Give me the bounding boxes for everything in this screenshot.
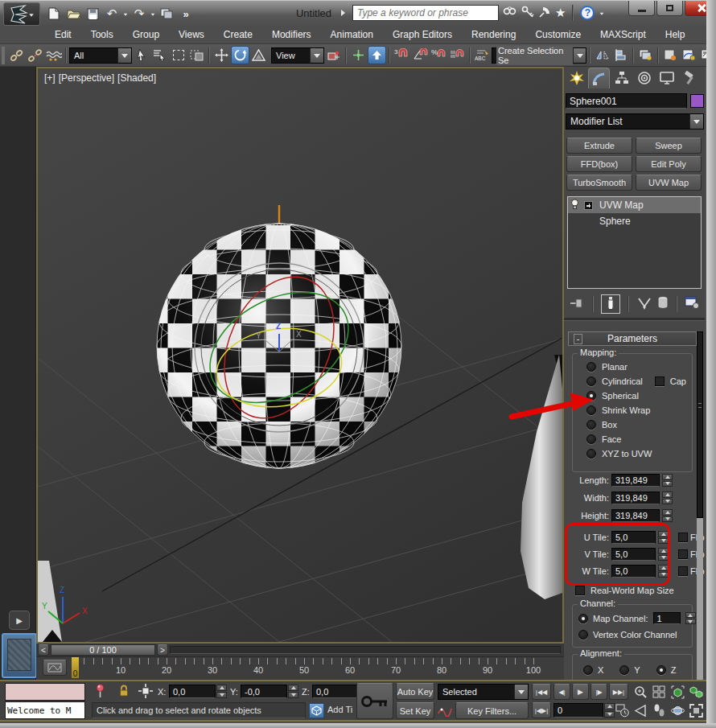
mapping-option-cylindrical[interactable]: CylindricalCap — [586, 376, 686, 386]
rollout-collapse-icon[interactable]: - — [574, 334, 582, 344]
viewport-pov-menu[interactable]: [Perspective] — [59, 72, 114, 84]
zoom-extents-icon[interactable] — [669, 683, 687, 701]
previous-frame-button[interactable]: < — [38, 644, 49, 656]
align-z-radio[interactable] — [656, 665, 666, 675]
undo-dropdown-arrow-icon[interactable] — [124, 14, 128, 18]
u-flip-checkbox[interactable] — [678, 533, 688, 542]
y-coordinate-field[interactable]: -0,0 — [241, 685, 287, 698]
panel-scrollbar[interactable] — [697, 331, 703, 680]
reference-coordinate-dropdown[interactable]: View — [271, 47, 324, 64]
z-coordinate-field[interactable]: 0,0 — [312, 685, 359, 698]
object-name-field[interactable]: Sphere001 — [566, 93, 687, 109]
tab-modify[interactable] — [588, 68, 610, 88]
w-flip-checkbox[interactable] — [678, 566, 688, 576]
parameters-rollout-header[interactable]: - Parameters — [568, 331, 697, 346]
toolbar-drag-handle[interactable] — [2, 47, 5, 64]
tab-display[interactable] — [656, 68, 677, 88]
go-to-start-button[interactable]: |◀◀ — [532, 684, 551, 700]
menu-views[interactable]: Views — [169, 27, 214, 42]
named-selection-sets-dropdown[interactable]: Create Selection Se — [492, 47, 586, 64]
menu-group[interactable]: Group — [123, 27, 169, 42]
time-slider-track[interactable] — [170, 646, 561, 654]
perspective-viewport[interactable]: Z X Y Z X Y [+] [Persp — [36, 67, 564, 644]
viewport-shading-menu[interactable]: [Shaded] — [117, 72, 156, 84]
radio-icon[interactable] — [586, 376, 596, 386]
zoom-extents-all-icon[interactable] — [687, 683, 706, 701]
modifier-button-ffd-box[interactable]: FFD(box) — [566, 156, 632, 172]
modifier-list-dropdown[interactable]: Modifier List — [566, 113, 704, 130]
modifier-button-edit-poly[interactable]: Edit Poly — [636, 156, 702, 172]
remove-modifier-icon[interactable] — [657, 296, 669, 312]
current-frame-thumb[interactable]: 0 — [72, 657, 79, 678]
menu-animation[interactable]: Animation — [321, 27, 383, 42]
cap-checkbox[interactable] — [655, 376, 665, 386]
auto-key-button[interactable]: Auto Key — [396, 683, 434, 700]
previous-frame-playback-button[interactable]: ◀| — [553, 684, 570, 700]
zoom-all-icon[interactable] — [650, 683, 669, 701]
select-by-name-icon[interactable] — [150, 46, 169, 64]
viewport-general-menu[interactable]: [+] — [44, 72, 56, 84]
help-dropdown-arrow-icon[interactable] — [600, 13, 604, 17]
make-unique-icon[interactable] — [636, 297, 652, 312]
communication-center-icon[interactable] — [538, 6, 551, 21]
align-x-radio[interactable] — [583, 665, 593, 675]
restore-button[interactable] — [656, 1, 683, 16]
vertex-color-radio[interactable] — [578, 630, 588, 640]
key-filters-button[interactable]: Key Filters... — [455, 702, 529, 719]
percent-snap-toggle-icon[interactable]: % — [430, 46, 448, 64]
snaps-toggle-3d-icon[interactable]: 3 — [393, 46, 411, 64]
new-scene-icon[interactable] — [45, 5, 63, 23]
modifier-enabled-bulb-icon[interactable] — [570, 199, 579, 212]
x-coordinate-spinner[interactable] — [216, 685, 227, 698]
mapping-option-face[interactable]: Face — [586, 434, 621, 444]
map-channel-radio[interactable] — [578, 614, 588, 623]
menu-create[interactable]: Create — [214, 27, 262, 42]
edit-named-selection-sets-icon[interactable]: ABC — [473, 46, 492, 64]
maxscript-mini-listener[interactable]: Welcome to M — [5, 701, 85, 719]
real-world-row[interactable]: Real-World Map Size — [575, 586, 674, 595]
default-in-out-tangents-icon[interactable] — [438, 704, 452, 719]
radio-icon[interactable] — [586, 362, 596, 372]
orbit-icon[interactable] — [669, 701, 687, 720]
x-coordinate-field[interactable]: 0,0 — [169, 685, 216, 698]
radio-icon[interactable] — [586, 449, 596, 459]
maximize-viewport-toggle-icon[interactable] — [687, 701, 706, 720]
object-color-swatch[interactable] — [690, 94, 704, 108]
menu-graph-editors[interactable]: Graph Editors — [383, 27, 462, 42]
track-bar[interactable]: 10 20 30 40 50 60 70 80 90 100 0 — [36, 657, 564, 680]
tab-create[interactable] — [566, 68, 587, 88]
length-field[interactable]: 319,849 — [611, 474, 660, 487]
show-end-result-icon[interactable] — [601, 294, 620, 314]
walk-through-icon[interactable] — [650, 701, 669, 720]
select-and-link-icon[interactable] — [7, 46, 26, 64]
pin-stack-icon[interactable] — [569, 296, 585, 313]
spinner-snap-toggle-icon[interactable] — [448, 46, 467, 64]
minimize-button[interactable] — [628, 1, 655, 16]
named-selection-sets-arrow[interactable] — [573, 48, 586, 63]
favorites-star-icon[interactable]: ★ — [555, 6, 566, 20]
selection-filter-dropdown[interactable]: All — [69, 47, 132, 64]
layout-tabs-expander-button[interactable]: ▶ — [9, 611, 30, 630]
width-spinner[interactable] — [662, 492, 673, 504]
absolute-offset-mode-icon[interactable] — [138, 684, 153, 701]
toggle-ribbon-icon[interactable] — [661, 46, 680, 64]
next-frame-button[interactable]: > — [157, 644, 168, 656]
select-and-scale-icon[interactable] — [249, 46, 268, 64]
align-y-radio[interactable] — [619, 665, 629, 675]
width-field[interactable]: 319,849 — [611, 492, 660, 504]
toolbar-overflow-icon[interactable]: » — [177, 5, 195, 23]
redo-icon[interactable]: ↷ — [130, 5, 148, 23]
angle-snap-toggle-icon[interactable] — [411, 46, 430, 64]
menu-tools[interactable]: Tools — [81, 27, 123, 42]
search-icon[interactable] — [503, 6, 517, 21]
selection-filter-arrow[interactable] — [117, 48, 131, 63]
key-filter-dropdown[interactable]: Selected — [438, 684, 529, 700]
rectangular-selection-region-icon[interactable] — [169, 46, 187, 64]
select-and-rotate-icon[interactable] — [231, 46, 249, 64]
unlink-selection-icon[interactable] — [26, 46, 44, 64]
map-channel-spinner[interactable] — [685, 612, 696, 624]
mirror-icon[interactable] — [593, 46, 611, 64]
time-configuration-icon[interactable] — [613, 701, 632, 720]
add-time-tag[interactable]: Add Ti — [327, 705, 353, 714]
height-field[interactable]: 319,849 — [611, 509, 660, 522]
